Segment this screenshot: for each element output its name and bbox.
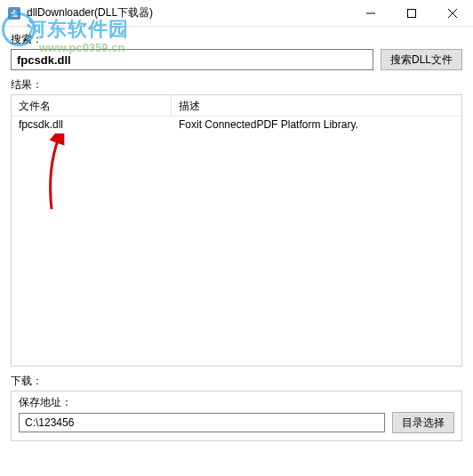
minimize-button[interactable]	[350, 0, 391, 26]
download-box: 保存地址： 目录选择	[11, 391, 462, 441]
window-title: dllDownloader(DLL下载器)	[27, 5, 350, 20]
browse-button[interactable]: 目录选择	[392, 412, 454, 433]
results-body: fpcsdk.dll Foxit ConnectedPDF Platform L…	[12, 117, 461, 366]
app-icon	[7, 6, 21, 20]
search-button[interactable]: 搜索DLL文件	[381, 49, 462, 70]
titlebar: dllDownloader(DLL下载器)	[0, 0, 473, 27]
results-header: 文件名 描述	[12, 95, 461, 117]
results-label: 结果：	[11, 77, 462, 93]
table-row[interactable]: fpcsdk.dll Foxit ConnectedPDF Platform L…	[12, 117, 461, 134]
save-path-label: 保存地址：	[19, 395, 454, 410]
download-label: 下载：	[11, 374, 462, 389]
results-listview[interactable]: 文件名 描述 fpcsdk.dll Foxit ConnectedPDF Pla…	[11, 94, 462, 367]
search-input[interactable]	[11, 49, 373, 70]
window-controls	[350, 0, 473, 26]
column-header-name[interactable]: 文件名	[12, 95, 172, 116]
column-header-desc[interactable]: 描述	[172, 95, 461, 116]
svg-rect-2	[408, 9, 416, 17]
search-row: 搜索DLL文件	[11, 49, 462, 70]
close-button[interactable]	[432, 0, 473, 26]
maximize-button[interactable]	[391, 0, 432, 26]
main-content: 搜索： 搜索DLL文件 结果： 文件名 描述 fpcsdk.dll Foxit …	[0, 27, 473, 450]
cell-description: Foxit ConnectedPDF Platform Library.	[172, 117, 461, 134]
save-path-input[interactable]	[19, 413, 385, 432]
path-row: 目录选择	[19, 412, 454, 433]
search-label: 搜索：	[11, 32, 462, 47]
cell-filename: fpcsdk.dll	[12, 117, 172, 134]
